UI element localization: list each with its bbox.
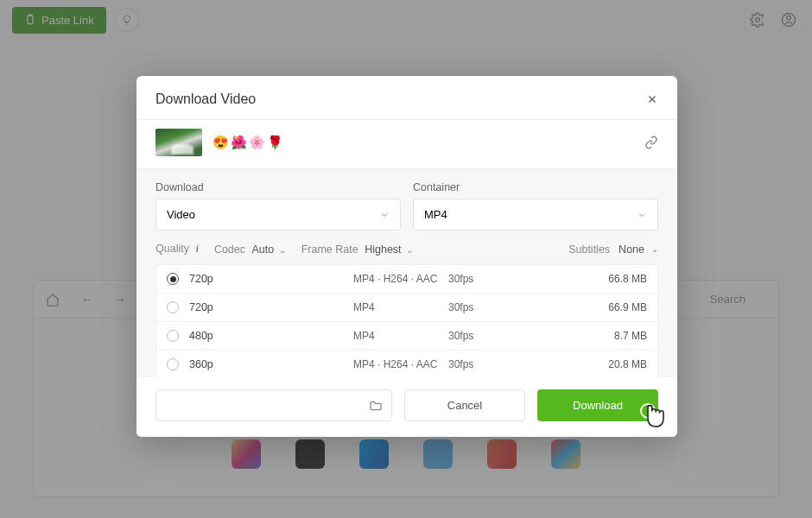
radio-icon [167,301,179,313]
quality-size: 20.8 MB [608,358,647,370]
download-type-label: Download [155,181,401,193]
modal-title: Download Video [155,92,256,107]
quality-filter[interactable]: Quality i [155,243,199,256]
quality-fps: 30fps [448,301,500,313]
quality-option[interactable]: 720pMP430fps66.9 MB [156,294,657,322]
quality-format: MP4 [353,301,448,313]
close-icon [646,93,658,105]
cancel-button[interactable]: Cancel [404,389,525,421]
quality-fps: 30fps [448,358,500,370]
container-label: Container [413,181,658,193]
video-thumbnail [155,129,202,156]
quality-format: MP4 · H264 · AAC [353,273,448,285]
radio-icon [167,358,179,370]
copy-link-button[interactable] [644,136,658,149]
chevron-down-icon: ⌄ [651,244,658,254]
chevron-down-icon: ⌄ [279,245,286,255]
container-select[interactable]: MP4 [413,199,658,231]
quality-resolution: 480p [189,330,241,342]
video-title: 😍🌺🌸🌹 [213,135,285,150]
save-path-input[interactable] [155,389,392,421]
download-type-value: Video [167,208,195,221]
radio-icon [167,330,179,342]
quality-size: 8.7 MB [614,330,647,342]
quality-size: 66.9 MB [608,301,647,313]
radio-icon [167,273,179,285]
download-video-modal: Download Video 😍🌺🌸🌹 Download Video C [136,76,677,437]
download-button[interactable]: Download [537,389,658,421]
download-type-select[interactable]: Video [155,199,401,231]
info-icon: i [195,243,198,255]
codec-filter[interactable]: Codec Auto ⌄ [214,243,286,256]
folder-icon [369,399,383,413]
quality-option[interactable]: 480pMP430fps8.7 MB [156,322,657,351]
quality-fps: 30fps [448,273,500,285]
subtitles-filter[interactable]: Subtitles None ⌄ [568,243,658,256]
quality-fps: 30fps [448,330,500,342]
framerate-filter[interactable]: Frame Rate Highest ⌄ [301,243,413,256]
quality-option[interactable]: 360pMP4 · H264 · AAC30fps20.8 MB [156,351,657,377]
chevron-down-icon: ⌄ [406,245,413,255]
quality-resolution: 720p [189,273,241,285]
close-button[interactable] [646,93,658,105]
chevron-down-icon [379,210,390,220]
quality-resolution: 360p [189,358,241,370]
chevron-down-icon [637,210,647,220]
quality-size: 66.8 MB [608,273,647,285]
link-icon [644,136,658,149]
quality-option[interactable]: 720pMP4 · H264 · AAC30fps66.8 MB [156,265,657,294]
container-value: MP4 [424,208,447,221]
quality-resolution: 720p [189,301,241,313]
quality-format: MP4 [353,330,448,342]
quality-format: MP4 · H264 · AAC [353,358,448,370]
